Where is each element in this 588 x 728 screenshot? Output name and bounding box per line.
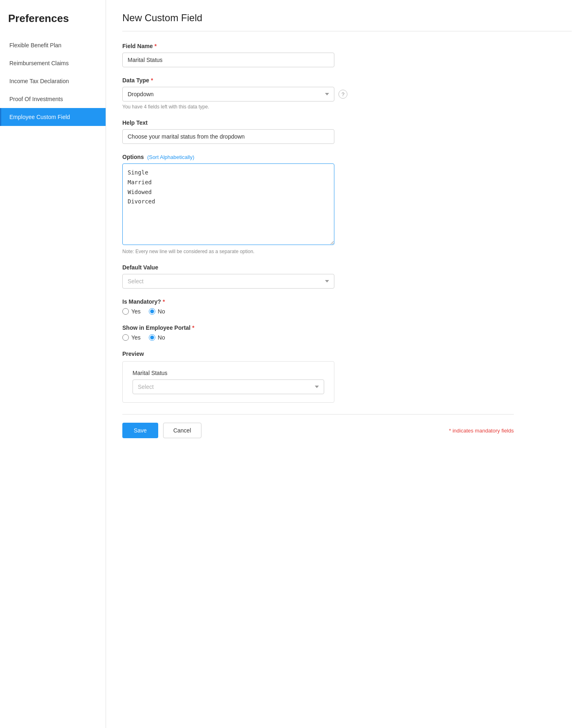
sidebar-item-proof-of-investments[interactable]: Proof Of Investments — [0, 90, 106, 108]
sidebar-item-employee-custom-field[interactable]: Employee Custom Field — [0, 108, 106, 126]
sidebar: Preferences Flexible Benefit Plan Reimbu… — [0, 0, 106, 728]
preview-field-label: Marital Status — [133, 370, 324, 376]
field-name-section: Field Name * — [122, 43, 572, 67]
preview-section: Preview Marital Status Select Single Mar… — [122, 351, 572, 403]
show-portal-required: * — [192, 324, 194, 331]
page-title: New Custom Field — [122, 12, 572, 31]
data-type-select[interactable]: Dropdown Text Number Date — [122, 87, 334, 101]
data-type-helper-text: You have 4 fields left with this data ty… — [122, 104, 572, 110]
preview-box: Marital Status Select Single Married Wid… — [122, 361, 334, 403]
data-type-help-icon[interactable]: ? — [338, 90, 347, 99]
sidebar-item-reimbursement-claims[interactable]: Reimbursement Claims — [0, 54, 106, 72]
show-portal-radio-group: Yes No — [122, 334, 572, 341]
options-label-row: Options (Sort Alphabetically) — [122, 154, 572, 160]
form-footer: Save Cancel * indicates mandatory fields — [122, 414, 514, 438]
footer-buttons: Save Cancel — [122, 423, 201, 438]
show-portal-no[interactable]: No — [149, 334, 165, 341]
show-portal-label: Show in Employee Portal * — [122, 324, 572, 331]
default-value-section: Default Value Select Single Married Wido… — [122, 264, 572, 289]
cancel-button[interactable]: Cancel — [163, 423, 201, 438]
show-portal-yes[interactable]: Yes — [122, 334, 141, 341]
main-content: New Custom Field Field Name * Data Type … — [106, 0, 588, 728]
options-section: Options (Sort Alphabetically) Note: Ever… — [122, 154, 572, 254]
show-portal-no-radio[interactable] — [149, 334, 155, 341]
options-textarea[interactable] — [122, 163, 334, 245]
is-mandatory-radio-group: Yes No — [122, 308, 572, 315]
data-type-row: Dropdown Text Number Date ? — [122, 87, 572, 101]
is-mandatory-yes-radio[interactable] — [122, 308, 129, 315]
data-type-section: Data Type * Dropdown Text Number Date ? … — [122, 77, 572, 110]
save-button[interactable]: Save — [122, 423, 158, 438]
is-mandatory-label: Is Mandatory? * — [122, 298, 572, 305]
sort-alphabetically-link[interactable]: (Sort Alphabetically) — [147, 154, 195, 160]
help-text-label: Help Text — [122, 119, 572, 126]
options-label: Options — [122, 154, 144, 160]
data-type-label: Data Type * — [122, 77, 572, 84]
preview-select[interactable]: Select Single Married Widowed Divorced — [133, 379, 324, 394]
is-mandatory-yes[interactable]: Yes — [122, 308, 141, 315]
is-mandatory-no[interactable]: No — [149, 308, 165, 315]
mandatory-note: * indicates mandatory fields — [449, 428, 514, 434]
options-note: Note: Every new line will be considered … — [122, 249, 334, 254]
help-text-input[interactable] — [122, 129, 334, 144]
data-type-required: * — [151, 77, 153, 84]
default-value-label: Default Value — [122, 264, 572, 271]
show-portal-section: Show in Employee Portal * Yes No — [122, 324, 572, 341]
show-portal-yes-radio[interactable] — [122, 334, 129, 341]
field-name-label: Field Name * — [122, 43, 572, 49]
is-mandatory-no-radio[interactable] — [149, 308, 155, 315]
is-mandatory-section: Is Mandatory? * Yes No — [122, 298, 572, 315]
help-text-section: Help Text — [122, 119, 572, 144]
field-name-required: * — [155, 43, 157, 49]
preview-label: Preview — [122, 351, 572, 357]
sidebar-title: Preferences — [0, 12, 106, 36]
sidebar-item-flexible-benefit-plan[interactable]: Flexible Benefit Plan — [0, 36, 106, 54]
is-mandatory-required: * — [163, 298, 165, 305]
default-value-select[interactable]: Select Single Married Widowed Divorced — [122, 274, 334, 289]
field-name-input[interactable] — [122, 53, 334, 67]
sidebar-item-income-tax-declaration[interactable]: Income Tax Declaration — [0, 72, 106, 90]
